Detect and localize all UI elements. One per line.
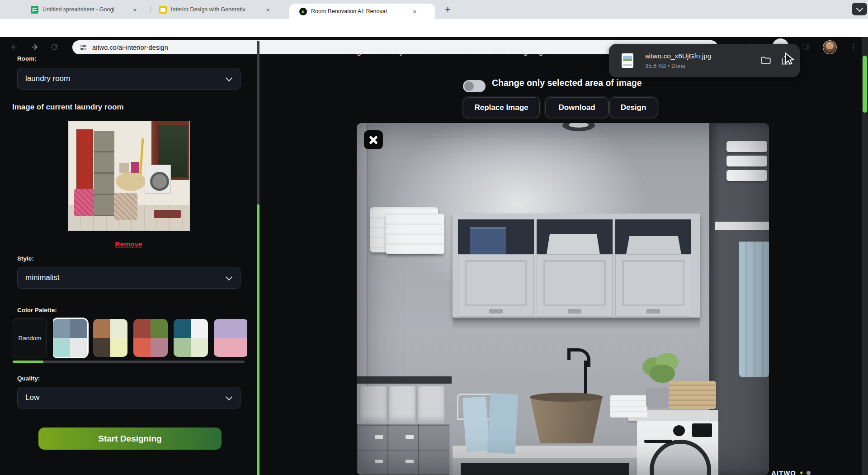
tab-title: Interior Design with Generativ: [171, 6, 261, 13]
start-designing-button[interactable]: Start Designing: [38, 428, 222, 450]
palette-swatch: [214, 319, 231, 338]
tab-close-icon[interactable]: ×: [413, 8, 417, 15]
thumb-pink-basket: [74, 189, 94, 216]
style-select-value: minimalist: [25, 273, 60, 282]
watermark-dot: [807, 471, 811, 475]
tab-divider: [151, 6, 151, 13]
profile-avatar[interactable]: [823, 40, 837, 54]
replace-image-button[interactable]: Replace Image: [463, 97, 540, 118]
tab-title: Room Renovation AI: Renovat: [311, 8, 408, 14]
page-scrollbar-thumb[interactable]: [863, 56, 867, 113]
forward-button[interactable]: [29, 42, 40, 52]
selected-area-toggle-label: Change only selected area of image: [492, 78, 642, 88]
tab-spreadsheet[interactable]: Untitled spreadsheet - Googl ×: [31, 0, 144, 19]
mouse-cursor: [785, 52, 797, 65]
palette-swatch: [53, 338, 70, 357]
new-tab-button[interactable]: +: [445, 4, 451, 15]
side-panel-icon: [801, 43, 810, 52]
room-select[interactable]: laundry room: [17, 68, 241, 90]
palette-swatch: [191, 338, 208, 357]
browser-menu-button[interactable]: [848, 42, 859, 52]
palette-option-2[interactable]: [93, 319, 127, 357]
palette-swatch: [214, 338, 231, 357]
tab-slides[interactable]: Interior Design with Generativ ×: [159, 0, 278, 19]
palette-option-1[interactable]: [53, 319, 87, 357]
tab-close-icon[interactable]: ×: [133, 6, 137, 14]
random-palette-label: Random: [18, 335, 41, 342]
palette-swatch: [70, 319, 87, 338]
quality-select[interactable]: Low: [17, 387, 241, 408]
arrow-left-icon: [10, 43, 19, 52]
site-settings-icon[interactable]: [79, 43, 88, 52]
current-room-thumbnail[interactable]: [68, 121, 190, 231]
side-panel-button[interactable]: [800, 42, 811, 52]
jpg-file-icon: [622, 53, 633, 68]
sparkle-icon: ✦: [799, 470, 804, 475]
palette-swatch: [151, 338, 168, 357]
browser-toolbar: aitwo.co/ai-interior-design ☆: [0, 19, 868, 37]
reload-icon: [50, 43, 59, 52]
palette-swatch: [133, 319, 151, 338]
download-button[interactable]: Download: [545, 97, 609, 118]
download-filename: aitwo.co_x6UjGfn.jpg: [645, 52, 760, 60]
palette-swatch: [133, 338, 151, 357]
reload-button[interactable]: [49, 42, 60, 52]
thumb-beige-basket: [114, 193, 137, 220]
palette-swatch: [110, 338, 127, 357]
thumb-filing-cabinet: [94, 131, 114, 216]
room-label: Room:: [17, 55, 37, 62]
download-bubble[interactable]: aitwo.co_x6UjGfn.jpg 35.6 KB • Done: [609, 44, 800, 77]
tab-close-icon[interactable]: ×: [266, 6, 270, 14]
thumb-washer-door: [150, 172, 169, 191]
thumb-clutter-2: [131, 162, 139, 173]
palette-swatch: [53, 319, 70, 338]
tab-room-renovation-active[interactable]: Room Renovation AI: Renovat ×: [289, 4, 435, 19]
palette-option-4[interactable]: [174, 319, 208, 357]
palette-swatch: [93, 319, 110, 338]
current-image-label: Image of current laundry room: [12, 103, 124, 112]
design-label: Design: [621, 103, 646, 112]
sidebar-scrollbar-track[interactable]: [257, 41, 259, 204]
remove-image-link[interactable]: Remove: [68, 240, 189, 248]
chevron-down-icon: [856, 5, 863, 12]
download-info: aitwo.co_x6UjGfn.jpg 35.6 KB • Done: [645, 52, 760, 69]
palette-swatch: [70, 338, 87, 357]
renovated-room-image[interactable]: [357, 123, 769, 475]
quality-label: Quality:: [17, 375, 40, 382]
browser-tab-bar: Untitled spreadsheet - Googl × Interior …: [0, 0, 868, 19]
thumb-red-mat: [154, 210, 181, 218]
watermark-text: AITWO: [771, 469, 796, 475]
quality-select-value: Low: [25, 393, 39, 402]
palette-swatch: [174, 338, 191, 357]
palette-swatch: [151, 319, 168, 338]
random-palette-button[interactable]: Random: [13, 318, 47, 357]
download-status: 35.6 KB • Done: [645, 62, 760, 69]
palette-scrollbar[interactable]: [13, 361, 245, 363]
url-text[interactable]: aitwo.co/ai-interior-design: [92, 44, 168, 51]
design-button[interactable]: Design: [609, 97, 657, 118]
google-sheets-favicon: [31, 6, 38, 14]
style-select[interactable]: minimalist: [17, 267, 241, 289]
tab-title: Untitled spreadsheet - Googl: [42, 6, 128, 13]
palette-option-3[interactable]: [133, 319, 168, 357]
palette-option-5[interactable]: [214, 319, 247, 357]
palette-swatch: [110, 319, 127, 338]
thumb-clutter: [119, 163, 129, 173]
palette-swatch: [231, 338, 247, 357]
show-in-folder-button[interactable]: [760, 55, 772, 66]
close-image-button[interactable]: [364, 130, 383, 149]
download-label: Download: [558, 103, 595, 112]
tab-search-chevron-button[interactable]: [852, 3, 867, 15]
image-vignette: [357, 123, 769, 475]
palette-swatch: [93, 338, 110, 357]
palette-scrollbar-thumb[interactable]: [13, 361, 43, 363]
arrow-right-icon: [30, 43, 39, 52]
palette-swatch: [191, 319, 208, 338]
instruction-text: select image of laundry room and then cl…: [320, 47, 545, 56]
palette-strip: [53, 317, 247, 359]
google-slides-favicon: [159, 6, 167, 14]
back-button[interactable]: [9, 42, 20, 52]
style-label: Style:: [17, 255, 34, 262]
sidebar-scrollbar-thumb[interactable]: [257, 204, 259, 475]
selected-area-toggle[interactable]: [463, 80, 486, 92]
